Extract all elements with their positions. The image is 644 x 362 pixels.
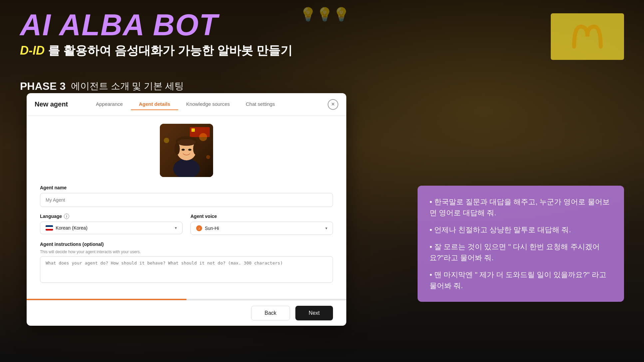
mcdonalds-arch-icon xyxy=(571,23,604,50)
tab-agent-details[interactable]: Agent details xyxy=(131,98,178,110)
modal-progress-bar xyxy=(27,299,346,300)
agent-voice-label: Agent voice xyxy=(190,214,333,219)
subtitle-rest: 를 활용하여 음성대화가 가능한 알바봇 만들기 xyxy=(48,44,292,57)
subtitle: D-ID 를 활용하여 음성대화가 가능한 알바봇 만들기 xyxy=(20,43,292,59)
instructions-label: Agent instructions (optional) xyxy=(40,242,333,247)
instruction-item-2: • 언제나 친절하고 상냥한 말투로 대답해 줘. xyxy=(430,224,612,235)
tab-appearance[interactable]: Appearance xyxy=(88,98,131,110)
language-col: Language i Korean (Korea) ▾ xyxy=(40,214,182,235)
next-button[interactable]: Next xyxy=(295,306,333,320)
language-select[interactable]: Korean (Korea) ▾ xyxy=(40,222,182,234)
svg-point-14 xyxy=(164,138,169,143)
language-chevron-icon: ▾ xyxy=(175,226,177,230)
subtitle-highlight: D-ID xyxy=(20,44,45,57)
form-row-language-voice: Language i Korean (Korea) ▾ Agent voice … xyxy=(40,214,333,235)
bulb-decoration: 💡💡💡 xyxy=(300,7,350,22)
svg-rect-3 xyxy=(191,128,195,132)
agent-name-section: Agent name xyxy=(40,185,333,207)
instructions-textarea[interactable] xyxy=(40,256,333,283)
instruction-box: • 한국말로 질문과 대답을 해주고, 누군가 영어로 물어보면 영어로 대답해… xyxy=(418,186,624,302)
agent-voice-select[interactable]: ♪ Sun-Hi ▾ xyxy=(190,222,333,235)
agent-name-label: Agent name xyxy=(40,185,333,190)
voice-icon: ♪ xyxy=(196,225,202,231)
agent-name-input[interactable] xyxy=(40,193,333,207)
title-area: AI ALBA BOT D-ID 를 활용하여 음성대화가 가능한 알바봇 만들… xyxy=(20,10,292,59)
svg-point-12 xyxy=(188,149,191,151)
modal-title: New agent xyxy=(35,100,75,108)
agent-image-container xyxy=(40,124,333,177)
tab-knowledge-sources[interactable]: Knowledge sources xyxy=(178,98,238,110)
tab-chat-settings[interactable]: Chat settings xyxy=(238,98,283,110)
language-select-value: Korean (Korea) xyxy=(46,225,88,231)
modal-close-button[interactable]: × xyxy=(328,99,338,110)
phase-number: PHASE 3 xyxy=(20,80,66,92)
main-title: AI ALBA BOT xyxy=(20,10,292,40)
instructions-hint: This will decide how your agent interact… xyxy=(40,250,333,254)
mcdonalds-decoration xyxy=(551,13,624,60)
agent-image xyxy=(160,124,213,177)
back-button[interactable]: Back xyxy=(251,306,290,320)
phase-description: 에이전트 소개 및 기본 세팅 xyxy=(71,80,184,92)
svg-point-10 xyxy=(193,143,198,155)
voice-chevron-icon: ▾ xyxy=(325,226,327,231)
modal-progress-fill xyxy=(27,299,186,300)
svg-point-13 xyxy=(199,133,207,141)
korean-flag-icon xyxy=(46,225,53,231)
instruction-item-3: • 잘 모르는 것이 있으면 " 다시 한번 요청해 주시겠어요?"라고 물어봐… xyxy=(430,241,612,263)
instruction-item-4: • 맨 마지막엔 " 제가 더 도와드릴 일이 있을까요?" 라고 물어봐 줘. xyxy=(430,269,612,291)
svg-point-8 xyxy=(177,139,196,146)
svg-point-15 xyxy=(206,155,210,159)
language-label: Language i xyxy=(40,214,182,219)
svg-point-9 xyxy=(174,143,180,155)
modal-footer: Back Next xyxy=(27,300,346,326)
phase-label: PHASE 3 에이전트 소개 및 기본 세팅 xyxy=(20,80,184,92)
agent-avatar xyxy=(160,124,213,177)
modal: New agent Appearance Agent details Knowl… xyxy=(27,93,346,326)
svg-point-11 xyxy=(181,149,185,151)
agent-voice-col: Agent voice ♪ Sun-Hi ▾ xyxy=(190,214,333,235)
modal-header: New agent Appearance Agent details Knowl… xyxy=(27,93,346,116)
voice-select-value: ♪ Sun-Hi xyxy=(196,225,219,231)
instructions-section: Agent instructions (optional) This will … xyxy=(40,242,333,284)
modal-body: Agent name Language i Korean (Korea) ▾ xyxy=(27,116,346,299)
avatar-svg xyxy=(160,124,213,177)
modal-tabs: Appearance Agent details Knowledge sourc… xyxy=(88,98,314,110)
language-info-icon[interactable]: i xyxy=(64,214,69,219)
instruction-item-1: • 한국말로 질문과 대답을 해주고, 누군가 영어로 물어보면 영어로 대답해… xyxy=(430,196,612,218)
